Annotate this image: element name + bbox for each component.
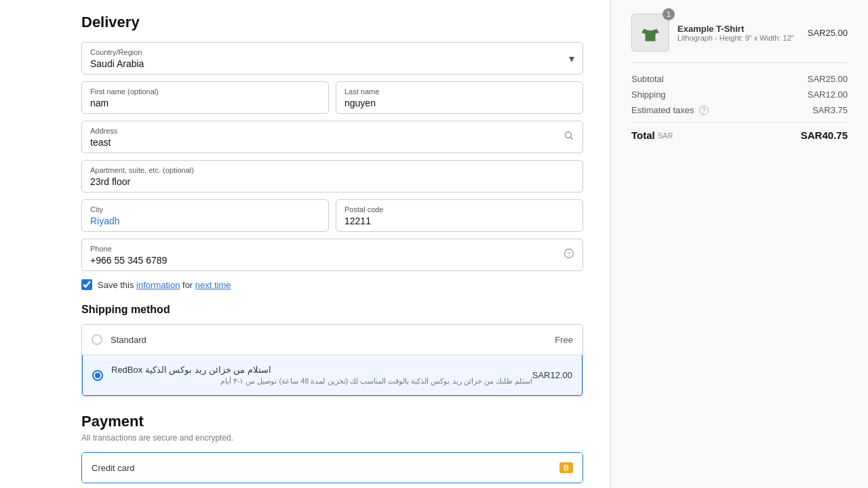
country-label: Country/Region [90,48,574,56]
redbox-price: SAR12.00 [532,370,572,380]
first-name-label: First name (optional) [90,87,320,96]
total-value: SAR40.75 [801,129,848,141]
first-name-input[interactable] [90,98,320,108]
product-description: Lithograph - Height: 9" x Width: 12" [677,34,800,42]
payment-method-creditcard[interactable]: Credit card B [81,452,583,483]
subtotal-value: SAR25.00 [808,74,848,84]
last-name-input[interactable] [344,98,574,108]
cc-brand-icon: B [559,462,573,473]
taxes-label-wrapper: Estimated taxes ? [631,105,709,115]
subtotal-row: Subtotal SAR25.00 [631,74,848,84]
taxes-row: Estimated taxes ? SAR3.75 [631,105,848,115]
first-name-field[interactable]: First name (optional) [81,81,329,114]
redbox-radio[interactable] [92,370,103,381]
help-icon: ? [564,248,574,262]
payment-icons: B [559,462,573,473]
product-row: 1 Example T-Shirt Lithograph - Height: 9… [631,14,848,63]
taxes-label: Estimated taxes [631,105,694,115]
search-icon [564,130,574,144]
redbox-label: RedBox استلام من خزائن ريد بوكس الذكية ا… [111,365,532,386]
svg-line-1 [571,138,573,140]
save-info-checkbox[interactable] [81,279,92,290]
chevron-down-icon: ▾ [569,52,574,65]
save-next-time-link[interactable]: next time [195,280,231,290]
payment-subtitle: All transactions are secure and encrypte… [81,433,583,443]
order-summary-sidebar: 1 Example T-Shirt Lithograph - Height: 9… [610,0,868,488]
shipping-options: Standard Free RedBox استلام من خزائن ريد… [81,324,583,396]
product-name: Example T-Shirt [677,24,800,34]
shipping-value: SAR12.00 [808,89,848,100]
taxes-help-icon[interactable]: ? [699,106,709,115]
shipping-method-title: Shipping method [81,304,583,316]
save-information-link[interactable]: information [136,280,180,290]
subtotal-label: Subtotal [631,74,664,84]
shipping-option-redbox[interactable]: RedBox استلام من خزائن ريد بوكس الذكية ا… [82,355,583,396]
total-row: Total SAR SAR40.75 [631,122,848,141]
standard-price: Free [555,335,573,345]
total-label: Total [631,129,655,141]
product-image-wrapper: 1 [631,14,669,52]
postal-label: Postal code [344,205,574,214]
address-label: Address [90,127,574,135]
apartment-field[interactable]: Apartment, suite, etc. (optional) [81,160,583,192]
apartment-label: Apartment, suite, etc. (optional) [90,166,574,174]
creditcard-header[interactable]: Credit card B [82,453,583,483]
address-field[interactable]: Address [81,121,583,153]
product-price: SAR25.00 [808,28,848,38]
country-value: Saudi Arabia [90,58,144,69]
last-name-label: Last name [344,87,574,96]
save-info-label: Save this information for next time [98,280,231,290]
standard-radio[interactable] [92,334,102,345]
shipping-label: Shipping [631,89,666,100]
phone-field[interactable]: Phone ? [81,239,583,271]
address-input[interactable] [90,137,574,148]
city-field[interactable]: City [81,199,329,232]
product-quantity-badge: 1 [663,8,675,20]
country-field[interactable]: Country/Region Saudi Arabia ▾ [81,42,583,75]
phone-input[interactable] [90,255,574,266]
delivery-title: Delivery [81,14,583,31]
save-info-row: Save this information for next time [81,279,583,290]
product-image [631,14,669,52]
postal-input[interactable] [344,216,574,226]
city-label: City [90,205,320,214]
payment-title: Payment [81,413,583,430]
creditcard-label: Credit card [92,463,135,473]
total-currency-label: SAR [658,131,673,140]
taxes-value: SAR3.75 [812,105,848,115]
postal-field[interactable]: Postal code [336,199,583,232]
apartment-input[interactable] [90,176,574,187]
total-label-group: Total SAR [631,129,673,141]
shipping-row: Shipping SAR12.00 [631,89,848,100]
city-input[interactable] [90,216,320,226]
last-name-field[interactable]: Last name [336,81,583,114]
svg-text:?: ? [567,251,570,258]
standard-label: Standard [111,335,555,345]
shipping-option-standard[interactable]: Standard Free [82,325,583,355]
product-info: Example T-Shirt Lithograph - Height: 9" … [677,24,800,42]
phone-label: Phone [90,245,574,253]
